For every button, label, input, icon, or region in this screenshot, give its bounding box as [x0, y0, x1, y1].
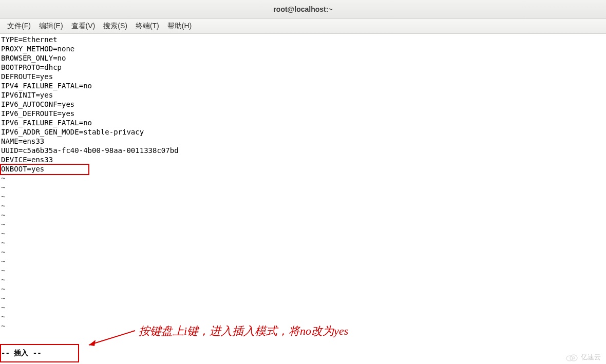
terminal-output[interactable]: TYPE=EthernetPROXY_METHOD=noneBROWSER_ON… — [0, 34, 606, 332]
file-line: DEFROUTE=yes — [1, 72, 605, 81]
file-line: UUID=c5a6b35a-fc40-4b00-98aa-0011338c07b… — [1, 146, 605, 155]
annotation-text: 按键盘上i键，进入插入模式，将no改为yes — [139, 323, 348, 339]
window-title: root@localhost:~ — [273, 5, 332, 13]
window-title-bar: root@localhost:~ — [0, 0, 606, 18]
menu-terminal[interactable]: 终端(T) — [131, 20, 163, 33]
empty-line-tilde: ~ — [1, 238, 605, 247]
vim-status-line: -- 插入 -- — [1, 349, 42, 358]
file-line: IPV6_DEFROUTE=yes — [1, 109, 605, 118]
empty-line-tilde: ~ — [1, 210, 605, 220]
file-line: IPV6_AUTOCONF=yes — [1, 100, 605, 109]
annotation-arrow-icon — [81, 329, 138, 349]
menu-bar: 文件(F) 编辑(E) 查看(V) 搜索(S) 终端(T) 帮助(H) — [0, 18, 606, 34]
empty-line-tilde: ~ — [1, 266, 605, 275]
cloud-icon — [564, 353, 579, 361]
file-line: BOOTPROTO=dhcp — [1, 63, 605, 72]
empty-line-tilde: ~ — [1, 312, 605, 321]
file-line: NAME=ens33 — [1, 137, 605, 146]
menu-search[interactable]: 搜索(S) — [99, 20, 131, 33]
menu-file[interactable]: 文件(F) — [3, 20, 35, 33]
empty-line-tilde: ~ — [1, 183, 605, 192]
empty-line-tilde: ~ — [1, 220, 605, 229]
file-line: ONBOOT=yes — [1, 164, 605, 174]
menu-help[interactable]: 帮助(H) — [163, 20, 196, 33]
empty-line-tilde: ~ — [1, 247, 605, 257]
watermark-text: 亿速云 — [581, 353, 601, 362]
file-line: IPV6_ADDR_GEN_MODE=stable-privacy — [1, 127, 605, 137]
file-line: BROWSER_ONLY=no — [1, 53, 605, 63]
file-line: TYPE=Ethernet — [1, 35, 605, 44]
empty-line-tilde: ~ — [1, 275, 605, 284]
svg-line-0 — [89, 331, 135, 345]
svg-point-4 — [573, 357, 575, 359]
file-line: DEVICE=ens33 — [1, 155, 605, 164]
svg-marker-1 — [89, 340, 96, 346]
empty-line-tilde: ~ — [1, 192, 605, 201]
empty-line-tilde: ~ — [1, 201, 605, 210]
menu-view[interactable]: 查看(V) — [67, 20, 100, 33]
empty-line-tilde: ~ — [1, 294, 605, 303]
empty-line-tilde: ~ — [1, 229, 605, 238]
file-line: IPV4_FAILURE_FATAL=no — [1, 81, 605, 90]
empty-line-tilde: ~ — [1, 257, 605, 266]
empty-line-tilde: ~ — [1, 284, 605, 294]
file-line: IPV6_FAILURE_FATAL=no — [1, 118, 605, 127]
empty-line-tilde: ~ — [1, 174, 605, 183]
watermark: 亿速云 — [564, 353, 601, 362]
file-line: IPV6INIT=yes — [1, 90, 605, 100]
menu-edit[interactable]: 编辑(E) — [35, 20, 67, 33]
empty-line-tilde: ~ — [1, 303, 605, 312]
svg-point-3 — [570, 355, 577, 361]
file-line: PROXY_METHOD=none — [1, 44, 605, 53]
